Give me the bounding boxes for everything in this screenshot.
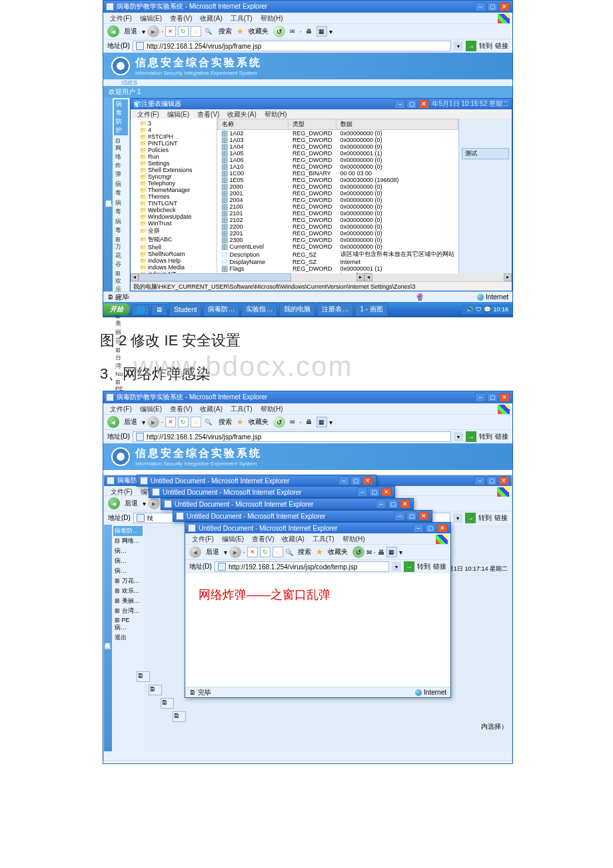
dropdown-icon[interactable]: ▾	[329, 28, 332, 35]
registry-key[interactable]: WindowsUpdate	[132, 213, 215, 220]
table-row[interactable]: 2102REG_DWORD0x00000000 (0)	[217, 217, 458, 223]
close-button[interactable]: ✕	[437, 523, 448, 533]
tree-item[interactable]: ⊞ 美丽…	[113, 596, 143, 606]
registry-key[interactable]: Shell Extensions	[132, 167, 215, 173]
favorites-icon[interactable]: ★	[237, 27, 244, 36]
minimize-button[interactable]: –	[475, 393, 486, 402]
tray-icon[interactable]: 🔊	[466, 306, 474, 313]
scroll-thumb[interactable]	[139, 273, 291, 281]
dropdown-icon[interactable]: ▾	[142, 28, 145, 35]
collapsed-window-icon[interactable]: 🗎	[161, 698, 174, 709]
edit-button[interactable]: ▦	[316, 26, 327, 37]
favorites-icon[interactable]: ★	[237, 417, 244, 427]
maximize-button[interactable]: ▢	[425, 523, 436, 533]
table-row[interactable]: 1A03REG_DWORD0x00000000 (0)	[217, 137, 458, 143]
tree-item[interactable]: 病毒	[114, 198, 128, 217]
print-button[interactable]: 🖶	[304, 26, 314, 37]
edit-button[interactable]: ▦	[386, 547, 397, 557]
close-button[interactable]: ✕	[499, 393, 510, 402]
maximize-button[interactable]: ▢	[406, 99, 417, 109]
col-name[interactable]: 名称	[217, 119, 289, 130]
registry-key[interactable]: TINTLGNT	[132, 200, 215, 207]
table-row[interactable]: 1A05REG_DWORD0x00000001 (1)	[217, 150, 458, 157]
menu-favorites[interactable]: 收藏夹(A)	[223, 110, 260, 118]
history-button[interactable]: ↺	[273, 416, 285, 428]
dropdown-icon[interactable]: ▾	[142, 419, 145, 426]
tree-item[interactable]: 病…	[113, 556, 143, 566]
registry-key[interactable]: 全拼	[132, 227, 215, 235]
home-button[interactable]: ⌂	[273, 547, 283, 557]
maximize-button[interactable]: ▢	[487, 393, 498, 402]
tray-icon[interactable]: 🛡	[476, 306, 482, 313]
tree-item[interactable]: 病…	[113, 566, 143, 576]
menu-help[interactable]: 帮助(H)	[257, 14, 287, 22]
tree-item[interactable]: ⊞ 欢乐…	[113, 586, 143, 596]
menu-tools[interactable]: 工具(T)	[227, 14, 257, 22]
table-row[interactable]: 1A10REG_DWORD0x00000000 (0)	[217, 163, 458, 170]
search-icon[interactable]: 🔍	[285, 549, 293, 556]
table-row[interactable]: 1A04REG_DWORD0x00000000 (0)	[217, 143, 458, 150]
tree-item[interactable]: ⊟ 网络炸弹	[114, 137, 128, 179]
go-button[interactable]: →	[466, 431, 476, 442]
registry-key[interactable]: indows Help	[132, 257, 215, 264]
search-label[interactable]: 搜索	[216, 27, 235, 36]
minimize-button[interactable]: –	[413, 523, 424, 533]
quick-launch[interactable]: 🖥	[151, 304, 167, 315]
search-icon[interactable]: 🔍	[203, 417, 214, 427]
table-row[interactable]: CurrentLevelREG_DWORD0x00000000 (0)	[217, 243, 458, 250]
forward-button[interactable]: ►	[147, 25, 159, 37]
registry-key[interactable]: Settings	[132, 160, 215, 167]
col-type[interactable]: 类型	[289, 119, 336, 130]
table-row[interactable]: 1A06REG_DWORD0x00000000 (0)	[217, 157, 458, 163]
menu-tools[interactable]: 工具(T)	[227, 405, 257, 413]
taskbar-item[interactable]: 病毒防…	[203, 303, 239, 316]
taskbar-item[interactable]: 实验指…	[241, 303, 277, 316]
table-row[interactable]: FlagsREG_DWORD0x00000001 (1)	[217, 265, 458, 272]
refresh-button[interactable]: ↻	[260, 547, 271, 557]
tree-item[interactable]: ⊟ 网络…	[113, 536, 143, 546]
stop-button[interactable]: ✕	[165, 417, 176, 427]
menu-view[interactable]: 查看(V)	[166, 405, 196, 413]
address-input[interactable]: http://192.168.1.254/virus/jsp/frame.jsp	[133, 41, 451, 51]
table-row[interactable]: 2201REG_DWORD0x00000000 (0)	[217, 230, 458, 237]
registry-key[interactable]: ShellNoRoam	[132, 251, 215, 257]
scroll-left[interactable]: ◂	[131, 273, 139, 281]
back-button[interactable]: ◄	[107, 416, 119, 428]
close-button[interactable]: ✕	[498, 476, 509, 485]
tree-item[interactable]: ⊞ 万花谷	[114, 235, 128, 269]
favorites-icon[interactable]: ★	[316, 547, 323, 557]
registry-key[interactable]: Policies	[132, 147, 215, 153]
registry-key[interactable]: ThemeManager	[132, 187, 215, 193]
tree-item[interactable]: 病毒	[114, 217, 128, 235]
scroll-left[interactable]: ◂	[364, 273, 372, 281]
registry-tree[interactable]: 34#STCIPHPINTLGNTPoliciesRunSettingsShel…	[131, 119, 217, 273]
scroll-right[interactable]: ▸	[504, 273, 512, 281]
start-button[interactable]: 开始	[103, 303, 130, 315]
registry-key[interactable]: #STCIPH	[132, 133, 215, 140]
taskbar-item[interactable]: 1 - 画图	[355, 303, 387, 316]
minimize-button[interactable]: –	[474, 476, 485, 485]
quick-launch[interactable]: 🌐	[132, 304, 149, 315]
table-row[interactable]: 2101REG_DWORD0x00000000 (0)	[217, 210, 458, 217]
edit-button[interactable]: ▦	[316, 417, 327, 427]
table-row[interactable]: 2000REG_DWORD0x00000000 (0)	[217, 183, 458, 190]
menu-edit[interactable]: 编辑(E)	[163, 110, 193, 118]
registry-key[interactable]: 4	[132, 127, 215, 133]
mail-button[interactable]: ✉	[287, 417, 298, 427]
table-row[interactable]: DisplayNameREG_SZInternet	[217, 259, 458, 265]
table-row[interactable]: 1C00REG_BINARY00 00 03 00	[217, 170, 458, 177]
menu-edit[interactable]: 编辑(E)	[136, 14, 166, 22]
menu-view[interactable]: 查看(V)	[166, 14, 196, 22]
search-icon[interactable]: 🔍	[203, 26, 214, 37]
mail-button[interactable]: ✉	[366, 549, 372, 556]
maximize-button[interactable]: ▢	[487, 2, 498, 11]
maximize-button[interactable]: ▢	[486, 476, 497, 485]
registry-key[interactable]: WinTrust	[132, 220, 215, 227]
close-button[interactable]: ✕	[499, 2, 510, 11]
print-button[interactable]: 🖶	[304, 417, 314, 427]
tree-header[interactable]: 病毒防…	[113, 526, 143, 536]
tree-item[interactable]: ⊞ PE病…	[113, 616, 143, 633]
registry-key[interactable]: 3	[132, 120, 215, 127]
table-row[interactable]: 2100REG_DWORD0x00000000 (0)	[217, 203, 458, 210]
registry-key[interactable]: PINTLGNT	[132, 140, 215, 147]
